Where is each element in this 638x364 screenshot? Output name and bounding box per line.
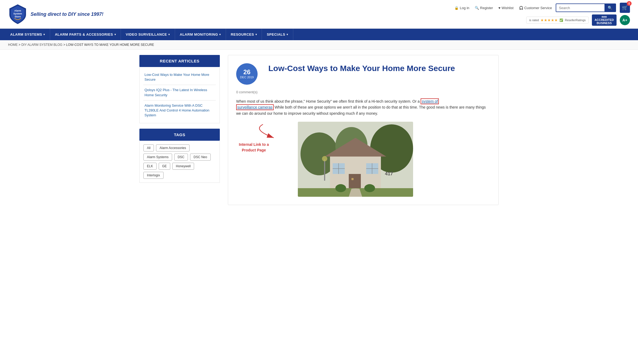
annotation-label: Internal Link to aProduct Page [239,142,269,153]
sidebar-article-1[interactable]: Low-Cost Ways to Make Your Home More Sec… [143,70,216,85]
annotation-section: Internal Link to aProduct Page [236,122,490,197]
tags-container: All Alarm Accessories Alarm Systems DSC … [139,141,220,183]
svg-text:Alarm: Alarm [14,9,21,12]
top-right: 🔒 Log in 🔍 Register ♥ Wishlist 🎧 Custome… [454,3,630,26]
top-links: 🔒 Log in 🔍 Register ♥ Wishlist 🎧 Custome… [454,6,552,10]
article-area: 26 DEC 2019 Low-Cost Ways to Make Your H… [228,55,499,205]
tag-alarm-systems[interactable]: Alarm Systems [143,154,172,161]
article-title: Low-Cost Ways to Make Your Home More Sec… [268,63,490,73]
nav-item-specials[interactable]: SPECIALS ▾ [262,29,293,40]
tag-ge[interactable]: GE [159,163,170,170]
svg-rect-10 [349,174,361,189]
ap-badge: A+ [620,15,630,25]
breadcrumb-separator: > [63,43,66,47]
bbb-title: BBB [595,16,614,18]
bbb-label: ACCREDITED BUSINESS [595,18,614,25]
breadcrumb-blog[interactable]: DIY ALARM SYSTEM BLOG [21,43,62,47]
logo-tagline: Selling direct to DIY since 1997! [31,12,103,17]
tag-alarm-accessories[interactable]: Alarm Accessories [156,144,190,151]
search-bar: 🔍 [556,3,616,12]
chevron-down-icon: ▾ [255,33,257,36]
chevron-down-icon: ▾ [287,33,288,36]
headset-icon: 🎧 [519,6,523,10]
badges-row: is rated ★★★★★ ✅ ResellerRatings BBB ACC… [526,14,630,26]
search-input[interactable] [556,4,604,12]
nav-item-resources[interactable]: RESOURCES ▾ [226,29,262,40]
svg-text:417: 417 [385,171,393,176]
logo-icon: Alarm System Store [8,3,27,25]
person-icon: 🔍 [475,6,479,10]
customer-service-link[interactable]: 🎧 Customer Service [519,6,552,10]
stars-icon: ★★★★★ [540,18,558,22]
logo-area: Alarm System Store Selling direct to DIY… [8,3,103,25]
article-header: 26 DEC 2019 Low-Cost Ways to Make Your H… [236,63,490,85]
reseller-badge: is rated ★★★★★ ✅ ResellerRatings [526,17,589,24]
nav-bar: ALARM SYSTEMS ▾ ALARM PARTS & ACCESSORIE… [0,29,638,40]
breadcrumb: HOME > DIY ALARM SYSTEM BLOG > LOW-COST … [0,40,638,50]
cart-button[interactable]: 🛒 0 [620,3,630,13]
article-date-month: DEC 2019 [240,75,254,79]
svg-rect-11 [351,178,354,180]
main-content: RECENT ARTICLES Low-Cost Ways to Make Yo… [131,50,507,210]
nav-item-alarm-systems[interactable]: ALARM SYSTEMS ▾ [5,29,50,40]
sidebar: RECENT ARTICLES Low-Cost Ways to Make Yo… [139,55,220,205]
article-date-badge: 26 DEC 2019 [236,63,258,85]
check-icon: ✅ [559,18,563,22]
tag-dsc-neo[interactable]: DSC Neo [190,154,211,161]
reseller-sub: ResellerRatings [565,18,586,22]
tag-all[interactable]: All [143,144,154,151]
tag-dsc[interactable]: DSC [174,154,188,161]
breadcrumb-home[interactable]: HOME [8,43,18,47]
chevron-down-icon: ▾ [43,33,45,36]
register-link[interactable]: 🔍 Register [475,6,493,10]
arrow-annotation: Internal Link to aProduct Page [236,122,290,149]
house-image: 417 [298,122,413,197]
nav-item-alarm-monitoring[interactable]: ALARM MONITORING ▾ [175,29,226,40]
body-text-1: When most of us think about the phrase,"… [236,99,421,103]
lock-icon: 🔒 [454,6,459,10]
heart-icon: ♥ [498,6,500,10]
chevron-down-icon: ▾ [114,33,116,36]
breadcrumb-separator: > [18,43,21,47]
recent-articles-title: RECENT ARTICLES [139,55,220,67]
top-header: Alarm System Store Selling direct to DIY… [0,0,638,29]
tags-title: TAGS [139,129,220,141]
sidebar-articles: Low-Cost Ways to Make Your Home More Sec… [139,67,220,123]
tag-honeywell[interactable]: Honeywell [172,163,194,170]
bbb-badge: BBB ACCREDITED BUSINESS [592,14,617,26]
article-date-day: 26 [243,69,251,75]
breadcrumb-current: LOW-COST WAYS TO MAKE YOUR HOME MORE SEC… [66,43,154,47]
svg-text:System: System [13,12,22,15]
chevron-down-icon: ▾ [168,33,170,36]
login-link[interactable]: 🔒 Log in [454,6,469,10]
chevron-down-icon: ▾ [219,33,221,36]
sidebar-article-2[interactable]: Qolsys IQ2 Plus - The Latest In Wireless… [143,85,216,100]
svg-point-23 [364,184,375,192]
svg-text:Store: Store [14,15,21,18]
comment-count: 0 comment(s) [236,90,490,94]
svg-point-22 [335,184,346,192]
sidebar-article-3[interactable]: Alarm Monitoring Service With A DSC TL28… [143,101,216,121]
internal-link-surveillance-cameras[interactable]: surveillance cameras [236,104,274,110]
wishlist-link[interactable]: ♥ Wishlist [498,6,514,10]
house-image-svg: 417 [298,122,413,197]
article-body: When most of us think about the phrase,"… [236,98,490,116]
tag-elk[interactable]: ELK [143,163,157,170]
nav-item-alarm-parts[interactable]: ALARM PARTS & ACCESSORIES ▾ [50,29,121,40]
cart-badge: 0 [627,1,632,6]
search-button[interactable]: 🔍 [604,4,615,12]
nav-item-video-surveillance[interactable]: VIDEO SURVEILLANCE ▾ [121,29,175,40]
internal-link-system-of[interactable]: system of [421,98,439,104]
svg-rect-18 [324,159,325,181]
tag-interlogix[interactable]: Interlogix [143,172,164,179]
body-text-2: While both of these are great options we… [236,105,486,115]
svg-point-19 [322,156,327,161]
reseller-label: is rated [529,18,539,22]
